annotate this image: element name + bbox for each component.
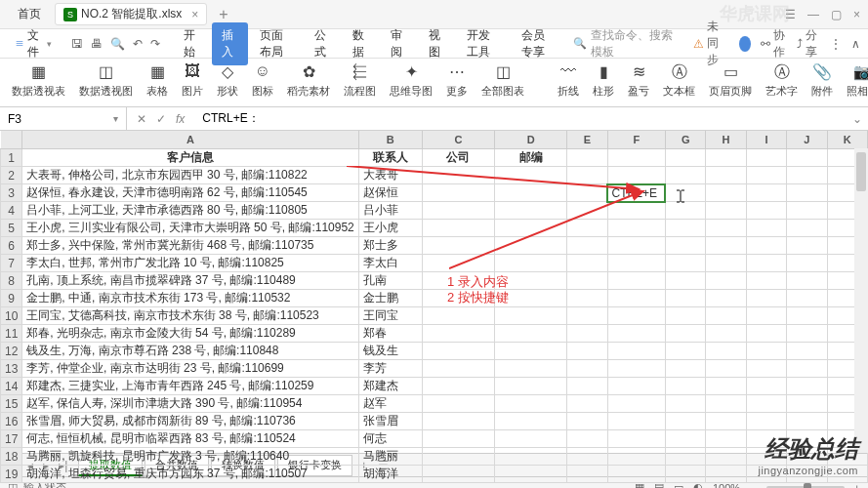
cell[interactable] bbox=[787, 290, 827, 307]
cell-F11[interactable] bbox=[607, 325, 665, 343]
row-header-3[interactable]: 3 bbox=[1, 184, 22, 202]
cell[interactable] bbox=[665, 290, 705, 307]
cell-A14[interactable]: 郑建杰, 三捷实业, 上海市青年西路 245 号, 邮编:110259 bbox=[22, 378, 358, 395]
ribbon-页眉页脚[interactable]: ▭页眉页脚 bbox=[705, 62, 756, 99]
cell[interactable] bbox=[706, 378, 746, 395]
cell[interactable] bbox=[706, 307, 746, 325]
cell-D18[interactable] bbox=[495, 448, 567, 466]
cell[interactable] bbox=[706, 255, 746, 272]
cell-A10[interactable]: 王同宝, 艾德高科技, 南京市技术东街 38 号, 邮编:110523 bbox=[22, 307, 358, 325]
cell-B17[interactable]: 何志 bbox=[358, 430, 422, 448]
cell-C2[interactable] bbox=[422, 167, 494, 184]
cell-D5[interactable] bbox=[495, 220, 567, 237]
accept-icon[interactable]: ✓ bbox=[156, 112, 166, 126]
col-header-B[interactable]: B bbox=[358, 131, 422, 149]
cell[interactable] bbox=[665, 255, 705, 272]
row-header-4[interactable]: 4 bbox=[1, 202, 22, 220]
cell-B9[interactable]: 金士鹏 bbox=[358, 290, 422, 307]
cell-D16[interactable] bbox=[495, 413, 567, 430]
col-header-K[interactable]: K bbox=[827, 131, 867, 149]
cell-A4[interactable]: 吕小菲, 上河工业, 天津市承德西路 80 号, 邮编:110805 bbox=[22, 202, 358, 220]
ribbon-数据透视图[interactable]: ◫数据透视图 bbox=[75, 62, 137, 99]
cell-C7[interactable] bbox=[422, 255, 494, 272]
row-header-8[interactable]: 8 bbox=[1, 272, 22, 290]
cell-E13[interactable] bbox=[567, 360, 607, 378]
cell-D13[interactable] bbox=[495, 360, 567, 378]
expand-formula-icon[interactable]: ⌄ bbox=[847, 112, 868, 126]
cell-F3[interactable]: CTRL+E bbox=[607, 184, 665, 202]
cell[interactable] bbox=[827, 466, 867, 483]
cell[interactable] bbox=[746, 360, 786, 378]
cell-D2[interactable] bbox=[495, 167, 567, 184]
cell-C5[interactable] bbox=[422, 220, 494, 237]
cell-B13[interactable]: 李芳 bbox=[358, 360, 422, 378]
avatar[interactable] bbox=[739, 36, 751, 52]
cell-E7[interactable] bbox=[567, 255, 607, 272]
ribbon-照相机[interactable]: 📷照相机 bbox=[843, 62, 868, 99]
cell-A16[interactable]: 张雪眉, 师大贸易, 成都市阔新街 89 号, 邮编:110736 bbox=[22, 413, 358, 430]
row-header-12[interactable]: 12 bbox=[1, 343, 22, 360]
menu-tab-8[interactable]: 会员专享 bbox=[512, 22, 564, 65]
cell[interactable] bbox=[746, 325, 786, 343]
cell[interactable] bbox=[787, 255, 827, 272]
cell-C15[interactable] bbox=[422, 395, 494, 413]
col-header-D[interactable]: D bbox=[495, 131, 567, 149]
ribbon-盈亏[interactable]: ≋盈亏 bbox=[624, 62, 653, 99]
cell[interactable] bbox=[665, 430, 705, 448]
add-tab-button[interactable]: + bbox=[219, 6, 227, 23]
cell-D15[interactable] bbox=[495, 395, 567, 413]
preview-icon[interactable]: 🔍 bbox=[110, 37, 125, 51]
cell[interactable] bbox=[665, 395, 705, 413]
cell-C14[interactable] bbox=[422, 378, 494, 395]
col-header-I[interactable]: I bbox=[746, 131, 786, 149]
menu-tab-2[interactable]: 页面布局 bbox=[250, 22, 303, 65]
cell-A18[interactable]: 马腾丽, 凯旋科技, 昆明市广发路 3 号, 邮编:110640 bbox=[22, 448, 358, 466]
cell-E17[interactable] bbox=[567, 430, 607, 448]
cell[interactable] bbox=[746, 395, 786, 413]
cell-A7[interactable]: 李太白, 世邦, 常州市广发北路 10 号, 邮编:110825 bbox=[22, 255, 358, 272]
cell-B2[interactable]: 大表哥 bbox=[358, 167, 422, 184]
cell-B18[interactable]: 马腾丽 bbox=[358, 448, 422, 466]
row-header-14[interactable]: 14 bbox=[1, 378, 22, 395]
ribbon-流程图[interactable]: ⬱流程图 bbox=[340, 62, 380, 99]
close-tab-icon[interactable]: × bbox=[191, 8, 198, 21]
cell[interactable] bbox=[706, 220, 746, 237]
cell[interactable] bbox=[787, 343, 827, 360]
formula-input[interactable] bbox=[202, 112, 839, 126]
ribbon-柱形[interactable]: ▮柱形 bbox=[589, 62, 618, 99]
cell[interactable] bbox=[787, 272, 827, 290]
cell-B7[interactable]: 李太白 bbox=[358, 255, 422, 272]
cell-D17[interactable] bbox=[495, 430, 567, 448]
cell[interactable] bbox=[665, 272, 705, 290]
fx-icon[interactable]: fx bbox=[176, 112, 185, 126]
cell-E18[interactable] bbox=[567, 448, 607, 466]
cell-A12[interactable]: 钱及生, 万海, 南京市尊石路 238 号, 邮编:110848 bbox=[22, 343, 358, 360]
unsynced-status[interactable]: ⚠未同步 bbox=[693, 19, 729, 68]
cell-B11[interactable]: 郑春 bbox=[358, 325, 422, 343]
row-header-2[interactable]: 2 bbox=[1, 167, 22, 184]
cell-B16[interactable]: 张雪眉 bbox=[358, 413, 422, 430]
cell-E4[interactable] bbox=[567, 202, 607, 220]
cell[interactable] bbox=[665, 466, 705, 483]
col-header-A[interactable]: A bbox=[22, 131, 358, 149]
col-header-E[interactable]: E bbox=[567, 131, 607, 149]
ribbon-全部图表[interactable]: ◫全部图表 bbox=[477, 62, 528, 99]
cell[interactable] bbox=[665, 325, 705, 343]
cell[interactable] bbox=[746, 184, 786, 202]
cell-E16[interactable] bbox=[567, 413, 607, 430]
cell-C18[interactable] bbox=[422, 448, 494, 466]
menu-tab-6[interactable]: 视图 bbox=[419, 22, 455, 65]
cell[interactable] bbox=[787, 378, 827, 395]
col-header-H[interactable]: H bbox=[706, 131, 746, 149]
cell[interactable] bbox=[787, 466, 827, 483]
cell-D14[interactable] bbox=[495, 378, 567, 395]
cell[interactable] bbox=[665, 360, 705, 378]
cell[interactable] bbox=[787, 325, 827, 343]
cell[interactable] bbox=[706, 290, 746, 307]
ribbon-艺术字[interactable]: Ⓐ艺术字 bbox=[762, 62, 802, 99]
cell-F19[interactable] bbox=[607, 466, 665, 483]
col-header-G[interactable]: G bbox=[665, 131, 705, 149]
cell-E2[interactable] bbox=[567, 167, 607, 184]
col-header-C[interactable]: C bbox=[422, 131, 494, 149]
cell-C6[interactable] bbox=[422, 237, 494, 255]
